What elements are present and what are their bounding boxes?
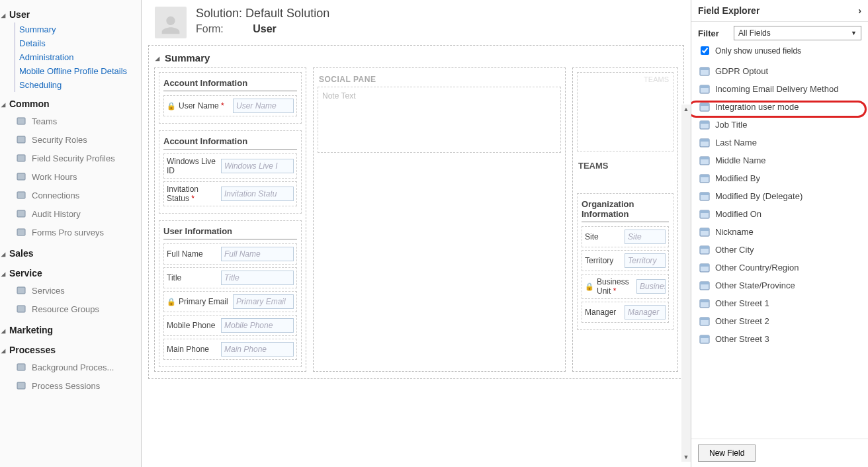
entity-icon: [16, 208, 26, 219]
nav-item-connections[interactable]: Connections: [0, 186, 141, 204]
nav-sublink-scheduling[interactable]: Scheduling: [15, 78, 141, 92]
nav-entity-header[interactable]: User: [0, 7, 141, 22]
nav-item-background-proces-[interactable]: Background Proces...: [0, 358, 141, 376]
only-unused-label: Only show unused fields: [715, 46, 801, 56]
nav-item-field-security-profiles[interactable]: Field Security Profiles: [0, 149, 141, 167]
explorer-field-integration-user-mode[interactable]: Integration user mode: [695, 98, 864, 116]
explorer-field-other-country-region[interactable]: Other Country/Region: [695, 259, 864, 276]
form-field-main-phone[interactable]: Main PhoneMain Phone: [163, 339, 297, 360]
scroll-up-icon[interactable]: ▲: [683, 105, 689, 114]
form-field-invitation-status[interactable]: Invitation Status *Invitation Statu: [163, 181, 297, 206]
section-title[interactable]: Summary: [154, 50, 678, 67]
explorer-field-gdpr-optout[interactable]: GDPR Optout: [695, 62, 864, 80]
form-field-mobile-phone[interactable]: Mobile PhoneMobile Phone: [163, 315, 297, 336]
chevron-right-icon[interactable]: ›: [858, 5, 861, 16]
explorer-field-middle-name[interactable]: Middle Name: [695, 151, 864, 169]
explorer-field-job-title[interactable]: Job Title: [695, 116, 864, 134]
explorer-field-label: GDPR Optout: [715, 66, 768, 76]
explorer-field-other-street-1[interactable]: Other Street 1: [695, 294, 864, 312]
form-field-territory[interactable]: TerritoryTerritory: [582, 250, 669, 271]
form-column-1[interactable]: Account Information 🔒User Name *User Nam…: [154, 67, 306, 372]
field-placeholder[interactable]: Territory: [625, 253, 666, 268]
form-column-2[interactable]: SOCIAL PANE Note Text: [313, 67, 566, 372]
nav-section-service[interactable]: Service: [0, 265, 141, 281]
group-account-info-2[interactable]: Account Information Windows Live IDWindo…: [159, 130, 302, 214]
form-field-primary-email[interactable]: 🔒Primary EmailPrimary Email: [163, 291, 297, 312]
field-label: Primary Email: [179, 297, 230, 306]
field-placeholder[interactable]: Manager: [625, 305, 666, 319]
explorer-field-modified-by[interactable]: Modified By: [695, 169, 864, 187]
nav-item-forms-pro-surveys[interactable]: Forms Pro surveys: [0, 223, 141, 241]
explorer-field-other-state-province[interactable]: Other State/Province: [695, 276, 864, 294]
nav-item-work-hours[interactable]: Work Hours: [0, 167, 141, 186]
canvas-scrollbar[interactable]: ▲ ▼: [681, 105, 691, 462]
group-user-info[interactable]: User Information Full NameFull NameTitle…: [159, 220, 302, 367]
form-field-site[interactable]: SiteSite: [582, 226, 669, 247]
nav-item-process-sessions[interactable]: Process Sessions: [0, 376, 141, 395]
form-field-windows-live-id[interactable]: Windows Live IDWindows Live I: [163, 153, 297, 179]
nav-item-resource-groups[interactable]: Resource Groups: [0, 300, 141, 318]
field-icon: [699, 263, 710, 273]
explorer-field-other-street-3[interactable]: Other Street 3: [695, 330, 864, 348]
nav-section-marketing[interactable]: Marketing: [0, 322, 141, 338]
field-label: Invitation Status *: [167, 185, 218, 203]
nav-sublink-summary[interactable]: Summary: [15, 22, 141, 36]
teams-subgrid[interactable]: TEAMS: [577, 72, 673, 151]
svg-rect-7: [17, 287, 25, 294]
new-field-button[interactable]: New Field: [698, 445, 756, 462]
form-field-full-name[interactable]: Full NameFull Name: [163, 243, 297, 265]
nav-item-audit-history[interactable]: Audit History: [0, 204, 141, 223]
filter-select[interactable]: All Fields: [734, 26, 861, 40]
social-pane-body[interactable]: Note Text: [318, 87, 561, 153]
field-placeholder[interactable]: Title: [221, 271, 294, 285]
nav-section-common[interactable]: Common: [0, 96, 141, 112]
svg-rect-36: [700, 282, 709, 284]
field-placeholder[interactable]: User Name: [233, 99, 294, 113]
scroll-down-icon[interactable]: ▼: [683, 452, 689, 462]
explorer-field-nickname[interactable]: Nickname: [695, 223, 864, 241]
entity-icon: [16, 134, 26, 145]
nav-sublink-details[interactable]: Details: [15, 36, 141, 50]
field-placeholder[interactable]: Mobile Phone: [221, 318, 294, 333]
svg-rect-34: [700, 264, 709, 267]
explorer-field-other-city[interactable]: Other City: [695, 241, 864, 259]
field-icon: [699, 335, 710, 344]
field-label: Site: [585, 232, 622, 241]
group-account-info-1[interactable]: Account Information 🔒User Name *User Nam…: [159, 72, 302, 124]
field-placeholder[interactable]: Site: [625, 230, 666, 244]
form-field-business-unit[interactable]: 🔒Business Unit *Business U: [582, 274, 669, 299]
field-placeholder[interactable]: Business U: [636, 279, 666, 294]
field-placeholder[interactable]: Primary Email: [233, 294, 294, 309]
svg-rect-14: [700, 85, 709, 88]
field-placeholder[interactable]: Windows Live I: [221, 159, 294, 173]
entity-icon: [16, 116, 26, 126]
section-summary[interactable]: Summary Account Information 🔒User Name *…: [148, 45, 684, 379]
explorer-field-last-name[interactable]: Last Name: [695, 134, 864, 151]
field-placeholder[interactable]: Full Name: [221, 247, 294, 261]
nav-item-teams[interactable]: Teams: [0, 112, 141, 130]
svg-rect-16: [700, 103, 709, 106]
nav-sublink-mobile-offline-profile-details[interactable]: Mobile Offline Profile Details: [15, 64, 141, 78]
nav-item-security-roles[interactable]: Security Roles: [0, 130, 141, 149]
only-unused-checkbox[interactable]: [701, 46, 709, 55]
nav-section-processes[interactable]: Processes: [0, 342, 141, 358]
explorer-field-label: Modified On: [715, 209, 761, 219]
form-field-user-name[interactable]: 🔒User Name *User Name: [163, 95, 297, 116]
nav-sublink-administration[interactable]: Administration: [15, 50, 141, 64]
avatar: [155, 7, 187, 38]
explorer-field-modified-by-delegate-[interactable]: Modified By (Delegate): [695, 187, 864, 205]
form-field-manager[interactable]: ManagerManager: [582, 302, 669, 323]
explorer-field-other-street-2[interactable]: Other Street 2: [695, 312, 864, 330]
solution-value: Default Solution: [245, 7, 329, 20]
form-column-3[interactable]: TEAMS TEAMS Organization Information Sit…: [572, 67, 678, 372]
nav-item-services[interactable]: Services: [0, 281, 141, 300]
form-field-title[interactable]: TitleTitle: [163, 267, 297, 288]
nav-section-sales[interactable]: Sales: [0, 245, 141, 261]
field-icon: [699, 281, 710, 290]
explorer-field-incoming-email-delivery-method[interactable]: Incoming Email Delivery Method: [695, 80, 864, 98]
field-placeholder[interactable]: Main Phone: [221, 342, 294, 357]
explorer-field-modified-on[interactable]: Modified On: [695, 205, 864, 223]
group-org-info[interactable]: Organization Information SiteSiteTerrito…: [577, 193, 673, 330]
field-placeholder[interactable]: Invitation Statu: [221, 187, 294, 201]
entity-icon: [16, 227, 26, 237]
